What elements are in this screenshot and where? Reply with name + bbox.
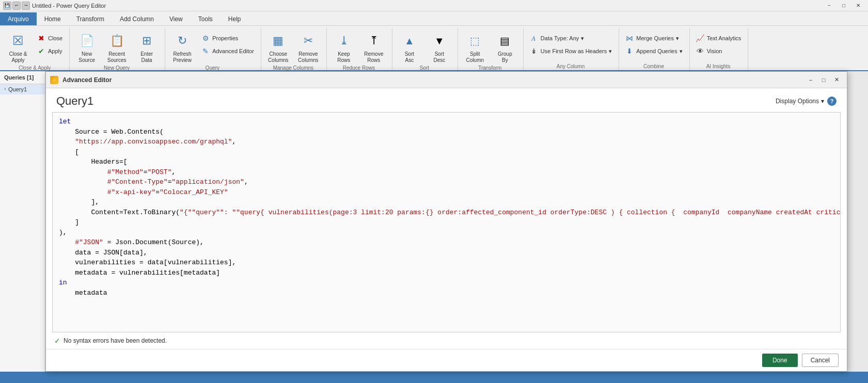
- cancel-button[interactable]: Cancel: [802, 354, 839, 367]
- remove-columns-button[interactable]: ✂ RemoveColumns: [294, 30, 322, 65]
- ribbon-group-data-type: 𝐴 Data Type: Any ▾ ↡ Use First Row as He…: [525, 28, 619, 70]
- tab-arquivo[interactable]: Arquivo: [0, 12, 37, 25]
- use-first-row-label: Use First Row as Headers: [541, 48, 607, 54]
- split-column-icon: ⬚: [466, 31, 484, 50]
- tab-help[interactable]: Help: [220, 13, 249, 25]
- choose-columns-label: ChooseColumns: [268, 51, 288, 63]
- refresh-label: RefreshPreview: [173, 51, 192, 63]
- group-by-button[interactable]: ▤ GroupBy: [491, 30, 519, 65]
- properties-button[interactable]: ⚙ Properties: [198, 32, 257, 44]
- modal-close-button[interactable]: ✕: [830, 74, 843, 86]
- keep-rows-icon: ⤓: [335, 31, 353, 50]
- append-label: Append Queries: [636, 48, 677, 54]
- remove-rows-button[interactable]: ⤒ RemoveRows: [360, 30, 388, 65]
- query1-label: Query1: [8, 86, 27, 92]
- ribbon-group-merge: ⋈ Merge Queries ▾ ⬇ Append Queries ▾ Com…: [620, 28, 690, 70]
- ribbon-group-content-refresh: ↻ RefreshPreview ⚙ Properties ✎ Advanced…: [168, 28, 257, 65]
- close-button[interactable]: ✖ Close: [34, 32, 65, 44]
- main-layout: Queries [1] ᵌ︎ Query1 ⚡ Advanced Editor …: [0, 71, 868, 372]
- title-bar-left: 💾 ↩ ↪ Untitled - Power Query Editor: [3, 2, 106, 10]
- enter-data-button[interactable]: ⊞ EnterData: [133, 30, 161, 65]
- append-icon: ⬇: [625, 46, 634, 56]
- ribbon-group-content-close-apply: ☒ Close &Apply ✖ Close ✔ Apply: [4, 28, 65, 65]
- any-col-group-label: Any Column: [557, 63, 585, 70]
- remove-columns-label: RemoveColumns: [298, 51, 318, 63]
- ribbon-group-sort: ▲ SortAsc ▼ SortDesc Sort: [393, 28, 458, 70]
- tab-transform[interactable]: Transform: [69, 13, 112, 25]
- display-options-button[interactable]: Display Options ▾: [776, 98, 824, 105]
- display-options-label: Display Options: [776, 98, 819, 105]
- tab-tools[interactable]: Tools: [191, 13, 220, 25]
- tab-add-column[interactable]: Add Column: [112, 13, 162, 25]
- data-type-label: Data Type: Any: [541, 35, 579, 41]
- use-first-row-button[interactable]: ↡ Use First Row as Headers ▾: [527, 45, 614, 57]
- done-button[interactable]: Done: [762, 354, 798, 367]
- title-bar-title: Untitled - Power Query Editor: [32, 3, 106, 9]
- sort-asc-icon: ▲: [400, 31, 419, 50]
- ribbon-col-close: ✖ Close ✔ Apply: [34, 30, 65, 57]
- ribbon-col-data-type: 𝐴 Data Type: Any ▾ ↡ Use First Row as He…: [527, 30, 614, 57]
- modal-titlebar-left: ⚡ Advanced Editor: [50, 76, 112, 84]
- save-icon[interactable]: 💾: [3, 2, 11, 10]
- close-window-button[interactable]: ✕: [851, 1, 865, 10]
- minimize-button[interactable]: −: [823, 1, 836, 10]
- sort-desc-icon: ▼: [430, 31, 449, 50]
- modal-restore-button[interactable]: □: [817, 74, 830, 86]
- sidebar: Queries [1] ᵌ︎ Query1: [0, 71, 45, 372]
- use-first-row-icon: ↡: [529, 46, 539, 56]
- recent-sources-button[interactable]: 📋 RecentSources: [103, 30, 131, 65]
- close-apply-icon: ☒: [9, 31, 27, 50]
- keep-rows-label: KeepRows: [337, 51, 350, 63]
- ribbon-group-split: ⬚ SplitColumn ▤ GroupBy Transform: [459, 28, 524, 70]
- new-source-button[interactable]: 📄 NewSource: [73, 30, 101, 65]
- status-bar: [0, 372, 868, 383]
- vision-button[interactable]: 👁 Vision: [693, 45, 744, 57]
- append-queries-button[interactable]: ⬇ Append Queries ▾: [622, 45, 685, 57]
- split-column-button[interactable]: ⬚ SplitColumn: [461, 30, 489, 65]
- group-by-label: GroupBy: [498, 51, 512, 63]
- text-analytics-button[interactable]: 📈 Text Analytics: [693, 32, 744, 44]
- undo-icon[interactable]: ↩: [12, 2, 21, 10]
- restore-button[interactable]: □: [837, 1, 850, 10]
- query-title: Query1: [56, 94, 93, 108]
- modal-title: Advanced Editor: [62, 76, 112, 84]
- sidebar-item-query1[interactable]: ᵌ︎ Query1: [0, 84, 45, 94]
- text-analytics-label: Text Analytics: [707, 35, 741, 41]
- ribbon-group-content-text: 📈 Text Analytics 👁 Vision: [693, 28, 744, 63]
- content-area: ⚡ Advanced Editor − □ ✕ Query1 Display O…: [45, 71, 868, 372]
- redo-icon[interactable]: ↪: [22, 2, 30, 10]
- refresh-button[interactable]: ↻ RefreshPreview: [168, 30, 196, 65]
- recent-label: RecentSources: [107, 51, 127, 63]
- remove-rows-icon: ⤒: [365, 31, 383, 50]
- merge-arrow: ▾: [676, 35, 679, 42]
- enter-data-icon: ⊞: [137, 31, 156, 50]
- sort-asc-button[interactable]: ▲ SortAsc: [396, 30, 423, 65]
- advanced-editor-icon: ✎: [201, 46, 210, 56]
- tab-home[interactable]: Home: [37, 13, 69, 25]
- title-bar: 💾 ↩ ↪ Untitled - Power Query Editor − □ …: [0, 0, 868, 11]
- editor-status: ✓ No syntax errors have been detected.: [46, 332, 847, 349]
- close-label: Close: [48, 35, 62, 41]
- apply-button[interactable]: ✔ Apply: [34, 45, 65, 57]
- code-editor[interactable]: let Source = Web.Contents( "https://app.…: [52, 112, 841, 332]
- ribbon-group-content-new: 📄 NewSource 📋 RecentSources ⊞ EnterData: [73, 28, 161, 65]
- sort-desc-button[interactable]: ▼ SortDesc: [425, 30, 453, 65]
- merge-queries-button[interactable]: ⋈ Merge Queries ▾: [622, 32, 685, 44]
- status-text: No syntax errors have been detected.: [64, 337, 167, 344]
- advanced-editor-ribbon-button[interactable]: ✎ Advanced Editor: [198, 45, 257, 57]
- vision-label: Vision: [707, 48, 722, 54]
- tab-view[interactable]: View: [162, 13, 191, 25]
- apply-icon: ✔: [37, 46, 46, 56]
- advanced-editor-modal: ⚡ Advanced Editor − □ ✕ Query1 Display O…: [45, 71, 847, 372]
- combine-group-label: Combine: [643, 63, 664, 70]
- help-button[interactable]: ?: [827, 97, 837, 106]
- data-type-button[interactable]: 𝐴 Data Type: Any ▾: [527, 32, 614, 44]
- modal-minimize-button[interactable]: −: [804, 74, 817, 86]
- merge-label: Merge Queries: [636, 35, 674, 41]
- keep-rows-button[interactable]: ⤓ KeepRows: [330, 30, 358, 65]
- use-first-row-arrow: ▾: [609, 48, 612, 55]
- choose-columns-button[interactable]: ▦ ChooseColumns: [264, 30, 292, 65]
- choose-columns-icon: ▦: [269, 31, 288, 50]
- close-apply-button[interactable]: ☒ Close &Apply: [4, 30, 32, 65]
- ai-insights-label: AI Insights: [706, 63, 731, 70]
